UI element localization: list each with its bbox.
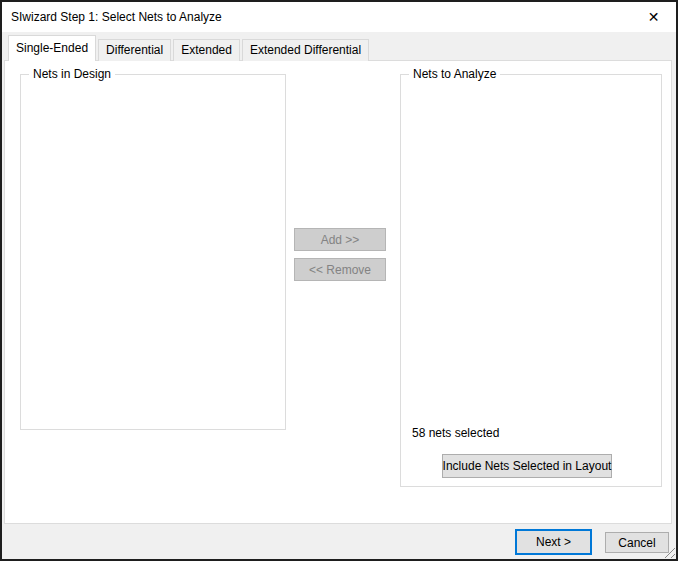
tab[interactable]: Differential [98,39,171,61]
remove-button[interactable]: << Remove [294,258,386,281]
title-bar: SIwizard Step 1: Select Nets to Analyze … [2,2,676,32]
cancel-button[interactable]: Cancel [605,532,669,553]
group-label: Nets to Analyze [409,67,500,81]
add-button[interactable]: Add >> [294,228,386,251]
tab[interactable]: Single-Ended [8,35,96,61]
nets-selected-status: 58 nets selected [412,426,499,440]
tab[interactable]: Extended Differential [242,39,369,61]
close-icon[interactable]: ✕ [631,2,676,32]
window-title: SIwizard Step 1: Select Nets to Analyze [11,2,222,32]
tab-strip: Single-EndedDifferentialExtendedExtended… [8,35,371,61]
next-button[interactable]: Next > [515,529,592,555]
tab[interactable]: Extended [173,39,240,61]
group-label: Nets in Design [29,67,115,81]
siwizard-dialog: SIwizard Step 1: Select Nets to Analyze … [0,0,678,561]
group-nets-in-design: Nets in Design [20,74,286,430]
include-nets-button[interactable]: Include Nets Selected in Layout [442,454,612,478]
